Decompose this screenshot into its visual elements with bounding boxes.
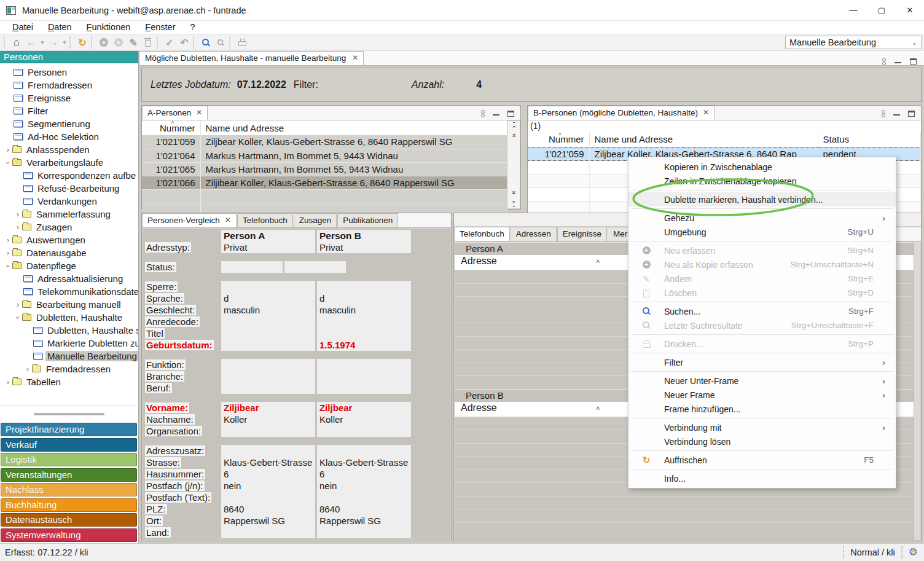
expander-icon[interactable]: › — [4, 236, 12, 245]
tree-item-markierte-dubletten-zu[interactable]: Markierte Dubletten zu — [0, 337, 138, 350]
tree-item-dubletten-haushalte-s[interactable]: Dubletten, Haushalte s — [0, 324, 138, 337]
tree-item-dubletten-haushalte[interactable]: › Dubletten, Haushalte — [0, 311, 138, 324]
column-header-name[interactable]: Name und Adresse — [589, 132, 818, 147]
page-up-icon[interactable]: » — [512, 131, 515, 141]
module-bar-datenaustausch[interactable]: Datenaustausch — [1, 513, 137, 527]
expander-icon[interactable]: › — [4, 378, 12, 386]
panel-options-icon[interactable] — [480, 109, 485, 117]
expander-icon[interactable]: › — [4, 262, 12, 270]
tab-ereignisse[interactable]: Ereignisse — [557, 227, 607, 241]
scroll-to-bottom-icon[interactable]: › — [513, 198, 515, 207]
back-dropdown-icon[interactable]: ▾ — [39, 35, 46, 50]
new-record-icon[interactable]: + — [96, 35, 111, 50]
document-tab[interactable]: Mögliche Dubletten, Haushalte - manuelle… — [139, 51, 364, 65]
context-menu-item-suchen[interactable]: Suchen... Strg+F — [628, 304, 896, 318]
tree-item-verdankungen[interactable]: Verdankungen — [0, 195, 138, 208]
expander-icon[interactable]: › — [14, 313, 22, 322]
module-bar-projektfinanzierung[interactable]: Projektfinanzierung — [1, 423, 137, 436]
scroll-to-top-icon[interactable]: › — [513, 122, 515, 131]
tree-item-datenpflege[interactable]: › Datenpflege — [0, 259, 138, 272]
tree-item-refusé-bearbeitung[interactable]: Refusé-Bearbeitung — [0, 182, 138, 195]
expander-icon[interactable]: › — [4, 249, 12, 257]
tree-item-anlassspenden[interactable]: › Anlassspenden — [0, 143, 138, 156]
context-menu-item-neuer-unter-frame[interactable]: Neuer Unter-Frame › — [628, 374, 896, 388]
module-bar-verkauf[interactable]: Verkauf — [1, 438, 137, 452]
tree-item-korrespondenzen-aufbe[interactable]: Korrespondenzen aufbe — [0, 169, 138, 182]
maximize-button[interactable]: ▢ — [867, 0, 896, 21]
collapse-icon[interactable]: ˄ — [596, 404, 600, 412]
delete-icon[interactable] — [141, 35, 155, 50]
confirm-icon[interactable]: ✓ — [162, 35, 177, 50]
expander-icon[interactable]: › — [4, 146, 12, 154]
settings-group[interactable]: ⚙ — [901, 546, 924, 559]
table-row[interactable]: 1'021'066Ziljibear Koller, Klaus-Gebert-… — [142, 176, 507, 189]
column-header-name[interactable]: Name und Adresse — [200, 120, 507, 135]
tree-scrollbar-thumb[interactable] — [34, 413, 104, 415]
expander-icon[interactable]: › — [23, 365, 32, 374]
refresh-icon[interactable]: ↻ — [75, 35, 90, 50]
module-bar-veranstaltungen[interactable]: Veranstaltungen — [1, 468, 137, 482]
undo-icon[interactable]: ↶ — [177, 35, 192, 50]
tree-item-ad-hoc-selektion[interactable]: Ad-Hoc Selektion — [0, 130, 138, 143]
tree-item-ereignisse[interactable]: Ereignisse — [0, 92, 138, 104]
tree-item-verarbeitungsläufe[interactable]: › Verarbeitungsläufe — [0, 156, 138, 169]
module-bar-nachlass[interactable]: Nachlass — [1, 483, 137, 496]
menu-item-?[interactable]: ? — [183, 22, 203, 33]
context-menu-item-dublette-markieren-haushalt-verbinden[interactable]: Dublette markieren, Haushalt verbinden..… — [628, 192, 896, 206]
column-header-nummer[interactable]: ˄Nummer — [142, 120, 200, 135]
home-icon[interactable]: ⌂ — [9, 35, 24, 50]
tree-item-telekommunikationsdate[interactable]: Telekommunikationsdate — [0, 285, 138, 298]
table-row[interactable]: 1'021'064Markus Hartmann, Im Bommet 5, 9… — [142, 149, 507, 162]
detail-scrollbar[interactable] — [914, 242, 920, 540]
tree-item-bearbeitung-manuell[interactable]: › Bearbeitung manuell — [0, 298, 138, 311]
new-copy-icon[interactable]: + — [111, 35, 126, 50]
minimize-panel-icon[interactable] — [895, 59, 901, 63]
tree-item-fremdadressen[interactable]: Fremdadressen — [0, 79, 138, 92]
table-row[interactable]: 1'021'059Ziljbear Koller, Klaus-Gebert-S… — [142, 135, 507, 149]
module-bar-systemverwaltung[interactable]: Systemverwaltung — [1, 528, 137, 542]
expander-icon[interactable]: › — [4, 159, 12, 167]
context-menu-item-zeilen-in-zwischenablage-kopieren[interactable]: Zeilen in Zwischenablage kopieren — [628, 174, 896, 188]
menu-item-daten[interactable]: Daten — [41, 22, 79, 33]
empty-row[interactable] — [142, 189, 507, 203]
column-header-status[interactable]: Status — [818, 132, 921, 147]
context-menu-item-auffrischen[interactable]: ↻ Auffrischen F5 — [628, 453, 896, 467]
table-row[interactable]: 1'021'065Markus Hartmann, Im Bommet 55, … — [142, 162, 507, 176]
b-personen-tab[interactable]: B-Personen (mögliche Dubletten, Haushalt… — [528, 106, 715, 120]
close-icon[interactable]: ✕ — [196, 108, 202, 120]
panel-options-icon[interactable] — [881, 109, 885, 117]
minimize-button[interactable]: — — [839, 0, 867, 21]
close-icon[interactable]: ✕ — [352, 53, 358, 65]
close-button[interactable]: ✕ — [896, 0, 924, 21]
profile-select[interactable]: Manuelle Bearbeitung ⌄ — [785, 36, 922, 49]
tab-telefonbuch[interactable]: Telefonbuch — [237, 213, 293, 227]
close-icon[interactable]: ✕ — [703, 108, 709, 120]
menu-item-fenster[interactable]: Fenster — [138, 22, 182, 33]
print-icon[interactable] — [235, 35, 249, 50]
a-personen-tab[interactable]: A-Personen✕ — [142, 106, 208, 120]
back-icon[interactable]: ← — [24, 35, 39, 50]
context-menu-item-umgebung[interactable]: Umgebung Strg+U — [628, 225, 896, 239]
edit-icon[interactable]: ✎ — [126, 35, 141, 50]
tab-zusagen[interactable]: Zusagen — [294, 213, 337, 227]
expander-icon[interactable]: › — [14, 300, 22, 309]
close-icon[interactable]: ✕ — [225, 216, 231, 227]
tree-item-fremdadressen[interactable]: › Fremdadressen — [0, 363, 138, 375]
column-header-nummer[interactable]: ˄Nummer — [528, 132, 589, 147]
tree-item-segmentierung[interactable]: Segmentierung — [0, 117, 138, 130]
context-menu-item-frame-hinzufügen[interactable]: Frame hinzufügen... — [628, 402, 896, 416]
search-results-icon[interactable] — [213, 35, 228, 50]
context-menu-item-gehezu[interactable]: Gehezu › — [628, 211, 896, 225]
forward-dropdown-icon[interactable]: ▾ — [61, 35, 68, 50]
panel-options-icon[interactable] — [882, 57, 886, 65]
tab-adressen[interactable]: Adressen — [511, 227, 557, 241]
maximize-panel-icon[interactable] — [910, 58, 917, 65]
context-menu-item-neu-als-kopie-erfassen[interactable]: + Neu als Kopie erfassen Strg+Umschaltta… — [628, 257, 896, 272]
collapse-icon[interactable]: ˄ — [596, 257, 600, 265]
minimize-panel-icon[interactable] — [893, 111, 900, 116]
tree-item-tabellen[interactable]: › Tabellen — [0, 375, 138, 388]
context-menu-item-drucken[interactable]: Drucken... Strg+P — [628, 337, 896, 351]
context-menu-item-letzte-suchresultate[interactable]: Letzte Suchresultate Strg+Umschalttaste+… — [628, 318, 896, 332]
context-menu-item-ändern[interactable]: ✎ Ändern Strg+E — [628, 272, 896, 286]
tree-item-filter[interactable]: Filter — [0, 104, 138, 117]
